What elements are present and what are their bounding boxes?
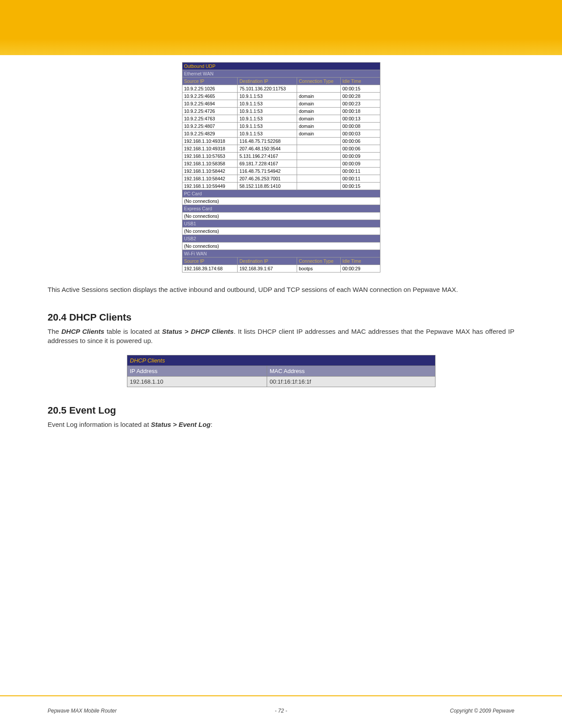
breadcrumb-status-dhcp: Status > DHCP Clients (162, 328, 234, 335)
text: The (48, 328, 61, 335)
sessions-screenshot: Outbound UDPEthernet WANSource IPDestina… (48, 62, 514, 273)
heading-20-4: 20.4 DHCP Clients (48, 312, 514, 323)
sessions-table: Outbound UDPEthernet WANSource IPDestina… (182, 62, 380, 273)
footer-divider (0, 695, 562, 696)
dhcp-table: DHCP ClientsIP AddressMAC Address192.168… (127, 355, 435, 387)
breadcrumb-status-eventlog: Status > Event Log (151, 421, 210, 428)
text: table is located at (104, 328, 162, 335)
heading-20-5: 20.5 Event Log (48, 405, 514, 416)
text: : (211, 421, 212, 428)
paragraph-active-sessions: This Active Sessions section displays th… (48, 285, 514, 294)
paragraph-eventlog: Event Log information is located at Stat… (48, 420, 514, 429)
header-gold-bar (0, 0, 562, 55)
page-footer: Pepwave MAX Mobile Router - 72 - Copyrig… (48, 708, 514, 714)
paragraph-dhcp: The DHCP Clients table is located at Sta… (48, 327, 514, 345)
text: Event Log information is located at (48, 421, 151, 428)
term-dhcp-clients: DHCP Clients (61, 328, 104, 335)
footer-page-number: - 72 - (48, 708, 514, 714)
dhcp-screenshot: DHCP ClientsIP AddressMAC Address192.168… (48, 355, 514, 387)
